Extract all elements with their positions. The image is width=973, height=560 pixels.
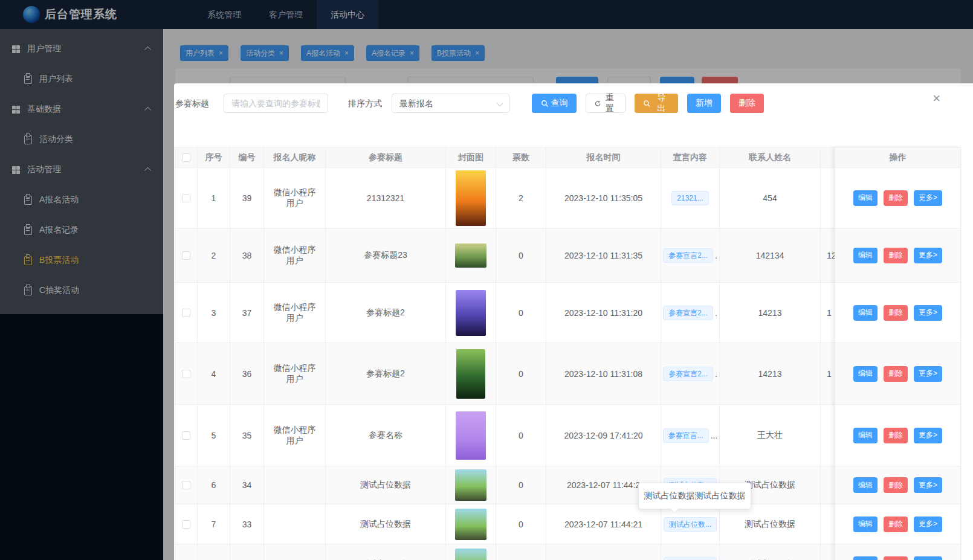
- edit-button[interactable]: 编辑: [853, 190, 878, 206]
- votes-cell: 0: [496, 504, 546, 544]
- row-delete-button[interactable]: 删除: [884, 305, 908, 321]
- delete-button[interactable]: 删除: [730, 94, 764, 113]
- column-header: 参赛标题: [326, 147, 446, 167]
- contact-phone-cell: 1: [821, 283, 836, 343]
- declaration-tag[interactable]: 测试占位数...: [664, 517, 717, 532]
- action-cell: 编辑删除更多>: [835, 466, 960, 504]
- row-checkbox[interactable]: [182, 481, 190, 489]
- contact-name-cell: 454: [720, 168, 821, 228]
- contact-phone-cell: [821, 405, 836, 466]
- edit-button[interactable]: 编辑: [853, 556, 878, 560]
- declaration-tag[interactable]: 21321...: [671, 191, 708, 205]
- cover-image: [456, 411, 486, 460]
- query-button[interactable]: 查询: [532, 94, 577, 113]
- edit-button[interactable]: 编辑: [853, 428, 878, 443]
- add-button[interactable]: 新增: [687, 94, 721, 113]
- cover-cell: [446, 343, 496, 404]
- tooltip: 测试占位数据测试占位数据: [638, 483, 751, 509]
- edit-button[interactable]: 编辑: [853, 477, 878, 493]
- sort-select-value: 最新报名: [399, 98, 433, 108]
- row-checkbox[interactable]: [182, 370, 190, 378]
- row-delete-button[interactable]: 删除: [884, 477, 908, 493]
- more-button[interactable]: 更多>: [914, 517, 942, 532]
- declaration-cell: 测试占位数...: [661, 544, 720, 560]
- sort-label: 排序方式: [348, 94, 382, 113]
- row-delete-button[interactable]: 删除: [884, 428, 908, 443]
- seq-cell: 7: [198, 504, 230, 544]
- row-select-cell: [175, 405, 198, 466]
- declaration-cell: 参赛宣言2....: [661, 343, 720, 404]
- select-all-checkbox[interactable]: [182, 153, 190, 162]
- row-checkbox[interactable]: [182, 431, 190, 440]
- reset-button[interactable]: 重置: [586, 94, 626, 113]
- time-cell: 2023-12-10 11:35:05: [546, 168, 661, 228]
- column-header: [821, 147, 836, 167]
- row-delete-button[interactable]: 删除: [884, 517, 908, 532]
- action-cell: 编辑删除更多>: [835, 168, 960, 228]
- row-delete-button[interactable]: 删除: [884, 190, 908, 206]
- id-cell: 38: [230, 228, 264, 282]
- contact-name-cell: 测试占位数据: [720, 504, 821, 544]
- time-cell: 2023-12-07 11:44:21: [546, 504, 661, 544]
- action-cell: 编辑删除更多>: [835, 343, 960, 405]
- title-cell: 测试占位数据: [326, 544, 446, 560]
- action-cell: 编辑删除更多>: [835, 544, 960, 560]
- more-button[interactable]: 更多>: [914, 556, 942, 560]
- more-button[interactable]: 更多>: [914, 366, 942, 382]
- row-checkbox[interactable]: [182, 309, 190, 317]
- declaration-tag[interactable]: 参赛宣言2...: [663, 306, 713, 320]
- column-header: 票数: [496, 147, 546, 167]
- more-button[interactable]: 更多>: [914, 477, 942, 493]
- cover-cell: [446, 168, 496, 228]
- declaration-cell: 参赛宣言......: [661, 405, 720, 466]
- seq-cell: 3: [198, 283, 230, 343]
- title-cell: 21312321: [326, 168, 446, 228]
- nickname-cell: [264, 504, 326, 544]
- declaration-tag[interactable]: 参赛宣言2...: [663, 248, 713, 263]
- cover-cell: [446, 466, 496, 504]
- title-cell: 测试占位数据: [326, 466, 446, 504]
- row-delete-button[interactable]: 删除: [884, 366, 908, 382]
- declaration-cell: 21321...: [661, 168, 720, 228]
- time-cell: 2023-12-10 11:31:20: [546, 283, 661, 343]
- row-select-cell: [175, 283, 198, 343]
- nickname-cell: 微信小程序用户: [264, 405, 326, 466]
- row-checkbox[interactable]: [182, 194, 190, 202]
- tooltip-text: 测试占位数据测试占位数据: [644, 491, 746, 501]
- id-cell: 36: [230, 343, 264, 404]
- export-button[interactable]: 导出: [635, 94, 678, 113]
- declaration-overflow-dots: .: [715, 369, 717, 379]
- more-button[interactable]: 更多>: [914, 190, 942, 206]
- declaration-tag[interactable]: 测试占位数...: [664, 557, 717, 560]
- edit-button[interactable]: 编辑: [853, 517, 878, 532]
- cover-image: [456, 170, 486, 226]
- declaration-tag[interactable]: 参赛宣言...: [663, 428, 709, 443]
- column-header: 联系人姓名: [720, 147, 821, 167]
- contact-phone-cell: 1: [821, 343, 836, 404]
- declaration-overflow-dots: ...: [711, 431, 718, 440]
- more-button[interactable]: 更多>: [914, 428, 942, 443]
- cover-image: [455, 243, 486, 268]
- id-cell: 33: [230, 504, 264, 544]
- row-select-cell: [175, 504, 198, 544]
- votes-cell: 0: [496, 228, 546, 282]
- row-checkbox[interactable]: [182, 251, 190, 260]
- edit-button[interactable]: 编辑: [853, 366, 878, 382]
- edit-button[interactable]: 编辑: [853, 305, 878, 321]
- cover-image: [455, 509, 486, 540]
- more-button[interactable]: 更多>: [914, 305, 942, 321]
- edit-button[interactable]: 编辑: [853, 248, 878, 263]
- row-checkbox[interactable]: [182, 520, 190, 529]
- row-select-cell: [175, 343, 198, 404]
- nickname-cell: [264, 544, 326, 560]
- row-select-cell: [175, 168, 198, 228]
- contact-name-cell: 14213: [720, 283, 821, 343]
- entry-title-input[interactable]: [224, 94, 328, 113]
- sort-select[interactable]: 最新报名: [392, 94, 509, 113]
- declaration-tag[interactable]: 参赛宣言2...: [663, 367, 713, 381]
- action-cell: 编辑删除更多>: [835, 504, 960, 544]
- row-delete-button[interactable]: 删除: [884, 248, 908, 263]
- row-delete-button[interactable]: 删除: [884, 556, 908, 560]
- more-button[interactable]: 更多>: [914, 248, 942, 263]
- contact-name-cell: 王大壮: [720, 405, 821, 466]
